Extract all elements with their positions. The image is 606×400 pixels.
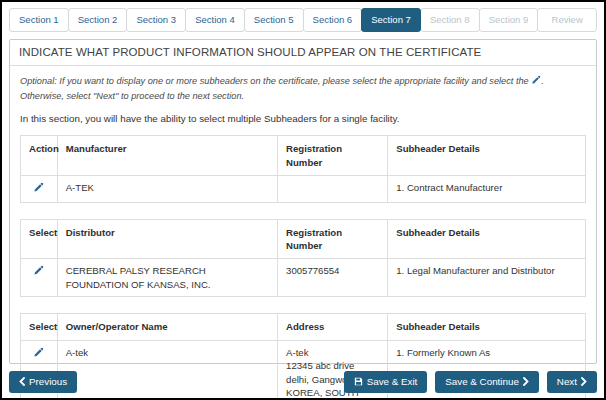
tab-section-9: Section 9: [479, 8, 539, 32]
registration-number-cell: 3005776554: [278, 259, 388, 297]
save-and-exit-button[interactable]: Save & Exit: [344, 371, 428, 393]
table-header-row: Select Owner/Operator Name Address Subhe…: [21, 314, 586, 340]
select-cell: [21, 259, 58, 297]
tab-section-1[interactable]: Section 1: [9, 8, 69, 32]
chevron-right-icon: [523, 377, 529, 386]
action-cell: [21, 176, 58, 202]
tab-section-6[interactable]: Section 6: [303, 8, 363, 32]
address-line: A-tek: [286, 346, 379, 359]
subheader-details-cell: 1. Legal Manufacturer and Distributor: [388, 259, 586, 297]
manufacturer-table: Action Manufacturer Registration Number …: [20, 135, 586, 202]
tab-section-3[interactable]: Section 3: [126, 8, 186, 32]
optional-note-prefix: Optional: If you want to display one or …: [20, 76, 529, 86]
footer-right-buttons: Save & Exit Save & Continue Next: [344, 371, 597, 393]
registration-number-cell: [278, 176, 388, 202]
column-header-subheader-details: Subheader Details: [388, 136, 586, 176]
column-header-address: Address: [278, 314, 388, 340]
distributor-cell: CEREBRAL PALSY RESEARCH FOUNDATION OF KA…: [57, 259, 277, 297]
column-header-select: Select: [21, 219, 58, 259]
chevron-left-icon: [19, 377, 25, 386]
previous-button-label: Previous: [29, 376, 67, 387]
previous-button[interactable]: Previous: [9, 371, 77, 393]
tab-section-7[interactable]: Section 7: [361, 8, 421, 32]
table-header-row: Select Distributor Registration Number S…: [21, 219, 586, 259]
section-tabbar: Section 1 Section 2 Section 3 Section 4 …: [9, 8, 597, 32]
chevron-right-icon: [581, 377, 587, 386]
floppy-disk-icon: [354, 377, 363, 386]
intro-text: In this section, you will have the abili…: [20, 113, 586, 124]
column-header-registration-number: Registration Number: [278, 219, 388, 259]
column-header-registration-number: Registration Number: [278, 136, 388, 176]
column-header-manufacturer: Manufacturer: [57, 136, 277, 176]
pencil-icon: [531, 76, 541, 86]
section7-panel: INDICATE WHAT PRODUCT INFORMATION SHOULD…: [9, 39, 597, 364]
edit-pencil-icon[interactable]: [33, 347, 44, 358]
column-header-action: Action: [21, 136, 58, 176]
save-and-exit-label: Save & Exit: [367, 376, 418, 387]
tab-review: Review: [537, 8, 597, 32]
column-header-owner-operator-name: Owner/Operator Name: [57, 314, 277, 340]
tab-section-5[interactable]: Section 5: [244, 8, 304, 32]
edit-pencil-icon[interactable]: [33, 182, 44, 193]
tab-section-4[interactable]: Section 4: [185, 8, 245, 32]
table-header-row: Action Manufacturer Registration Number …: [21, 136, 586, 176]
next-button-label: Next: [557, 376, 577, 387]
edit-pencil-icon[interactable]: [33, 265, 44, 276]
page-title: INDICATE WHAT PRODUCT INFORMATION SHOULD…: [10, 40, 596, 66]
optional-note: Optional: If you want to display one or …: [20, 74, 586, 104]
column-header-distributor: Distributor: [57, 219, 277, 259]
column-header-subheader-details: Subheader Details: [388, 219, 586, 259]
save-and-continue-button[interactable]: Save & Continue: [435, 371, 539, 393]
column-header-subheader-details: Subheader Details: [388, 314, 586, 340]
tab-section-2[interactable]: Section 2: [68, 8, 128, 32]
next-button[interactable]: Next: [547, 371, 597, 393]
table-row: A-TEK 1. Contract Manufacturer: [21, 176, 586, 202]
manufacturer-cell: A-TEK: [57, 176, 277, 202]
save-and-continue-label: Save & Continue: [445, 376, 519, 387]
subheader-details-cell: 1. Contract Manufacturer: [388, 176, 586, 202]
column-header-select: Select: [21, 314, 58, 340]
table-row: CEREBRAL PALSY RESEARCH FOUNDATION OF KA…: [21, 259, 586, 297]
tab-section-8: Section 8: [420, 8, 480, 32]
distributor-table: Select Distributor Registration Number S…: [20, 219, 586, 298]
